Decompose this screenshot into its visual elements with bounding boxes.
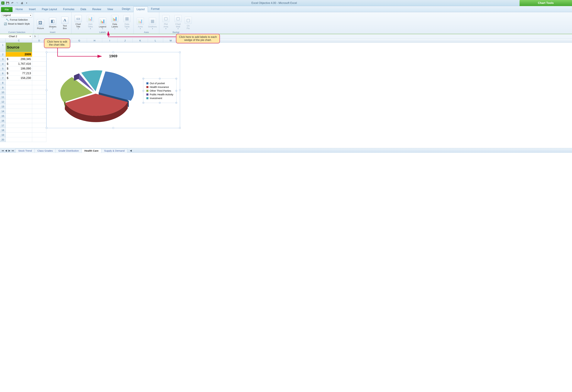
- cell[interactable]: [6, 133, 32, 137]
- col-header[interactable]: I: [102, 39, 117, 43]
- fx-icon[interactable]: fx: [32, 34, 38, 38]
- file-tab[interactable]: File: [1, 7, 13, 12]
- row-header[interactable]: 4: [0, 61, 6, 66]
- legend-item[interactable]: Investment: [146, 97, 173, 100]
- row-header[interactable]: 13: [0, 104, 6, 109]
- cell[interactable]: [32, 80, 46, 85]
- cell[interactable]: [32, 85, 46, 90]
- cell[interactable]: [32, 123, 46, 128]
- row-header[interactable]: 9: [0, 85, 6, 90]
- select-all-corner[interactable]: [0, 39, 6, 43]
- tab-insert[interactable]: Insert: [26, 7, 39, 12]
- resize-handle[interactable]: [112, 51, 114, 53]
- col-header[interactable]: G: [72, 39, 87, 43]
- undo-icon[interactable]: ↶: [10, 1, 15, 5]
- legend-button[interactable]: 📊Legend▾: [97, 14, 108, 30]
- tab-nav-next-icon[interactable]: ▶: [8, 149, 11, 152]
- resize-handle[interactable]: [179, 127, 181, 129]
- cell[interactable]: [32, 128, 46, 133]
- cell[interactable]: [32, 90, 46, 95]
- cell[interactable]: [32, 133, 46, 137]
- resize-handle[interactable]: [46, 89, 48, 91]
- cell[interactable]: [6, 104, 32, 109]
- chart-object[interactable]: 1969: [46, 52, 180, 128]
- cell[interactable]: [6, 128, 32, 133]
- col-header[interactable]: L: [148, 39, 163, 43]
- chart-title[interactable]: 1969: [47, 54, 180, 58]
- shapes-button[interactable]: ◧Shapes▾: [48, 14, 58, 30]
- resize-handle[interactable]: [179, 51, 181, 53]
- resize-handle[interactable]: [143, 102, 144, 104]
- resize-handle[interactable]: [46, 127, 48, 129]
- cell[interactable]: [32, 114, 46, 118]
- cell[interactable]: [32, 57, 46, 61]
- cell[interactable]: [32, 71, 46, 76]
- legend-item[interactable]: Out of pocket: [146, 82, 173, 85]
- cell[interactable]: [32, 104, 46, 109]
- resize-handle[interactable]: [159, 78, 160, 79]
- cell[interactable]: [6, 123, 32, 128]
- formula-bar[interactable]: [38, 34, 572, 38]
- cell[interactable]: $186,090: [6, 66, 32, 71]
- data-labels-button[interactable]: 📊Data Labels▾: [110, 14, 120, 30]
- tab-nav-last-icon[interactable]: ⏭: [11, 149, 15, 152]
- chart-legend[interactable]: Out of pocketHealth InsuranceOther Third…: [143, 78, 176, 103]
- cell-source-header[interactable]: Source: [6, 43, 32, 52]
- cell[interactable]: [32, 76, 46, 80]
- tab-scroll-icon[interactable]: ◀: [130, 149, 132, 152]
- picture-button[interactable]: 🖼Picture: [35, 14, 46, 30]
- row-header[interactable]: 19: [0, 133, 6, 137]
- cell[interactable]: [6, 85, 32, 90]
- cell[interactable]: [32, 66, 46, 71]
- cell[interactable]: [6, 114, 32, 118]
- cell[interactable]: [6, 137, 32, 142]
- cell[interactable]: [6, 118, 32, 123]
- row-header[interactable]: 14: [0, 109, 6, 114]
- cell[interactable]: [32, 137, 46, 142]
- save-icon[interactable]: 💾: [5, 1, 10, 5]
- row-header[interactable]: 5: [0, 66, 6, 71]
- resize-handle[interactable]: [112, 127, 114, 129]
- tab-home[interactable]: Home: [13, 7, 26, 12]
- sheet-tab[interactable]: Class Grades: [34, 149, 56, 153]
- resize-handle[interactable]: [176, 78, 177, 79]
- row-header[interactable]: 10: [0, 90, 6, 95]
- col-header[interactable]: K: [133, 39, 148, 43]
- col-header[interactable]: H: [87, 39, 102, 43]
- cell[interactable]: [6, 95, 32, 99]
- format-selection-button[interactable]: 🔧 Format Selection: [6, 18, 28, 21]
- cell[interactable]: $77,213: [6, 71, 32, 76]
- tab-review[interactable]: Review: [89, 7, 104, 12]
- print-icon[interactable]: 🖨: [20, 1, 24, 5]
- cell[interactable]: [32, 118, 46, 123]
- row-header[interactable]: 12: [0, 99, 6, 104]
- tab-nav-prev-icon[interactable]: ◀: [4, 149, 8, 152]
- cell[interactable]: [32, 109, 46, 114]
- legend-item[interactable]: Health Insurance: [146, 86, 173, 88]
- tab-format[interactable]: Format: [148, 6, 163, 12]
- cell[interactable]: $156,230: [6, 76, 32, 80]
- reset-style-button[interactable]: 🔄 Reset to Match Style: [4, 22, 30, 25]
- cell[interactable]: [32, 61, 46, 66]
- tab-formulas[interactable]: Formulas: [60, 7, 78, 12]
- row-header[interactable]: 17: [0, 123, 6, 128]
- tab-view[interactable]: View: [104, 7, 116, 12]
- resize-handle[interactable]: [143, 78, 144, 79]
- chart-element-selector[interactable]: Legend ▾: [2, 13, 32, 17]
- sheet-tab[interactable]: Health Care: [81, 149, 101, 153]
- legend-item[interactable]: Other Third Parties: [146, 89, 173, 92]
- row-header[interactable]: 15: [0, 114, 6, 118]
- tab-design[interactable]: Design: [119, 6, 133, 12]
- cell-year-header[interactable]: 2009: [6, 52, 32, 57]
- chart-title-button[interactable]: ▭Chart Title▾: [73, 14, 83, 30]
- cell[interactable]: $1,767,416: [6, 61, 32, 66]
- redo-icon[interactable]: ↷: [15, 1, 19, 5]
- row-header[interactable]: 7: [0, 76, 6, 80]
- row-header[interactable]: 2: [0, 52, 6, 57]
- row-header[interactable]: 3: [0, 57, 6, 61]
- name-box[interactable]: Chart 2▾: [0, 34, 32, 38]
- cell[interactable]: [32, 95, 46, 99]
- legend-item[interactable]: Public Health Activity: [146, 93, 173, 96]
- tab-data[interactable]: Data: [77, 7, 89, 12]
- col-header[interactable]: J: [117, 39, 133, 43]
